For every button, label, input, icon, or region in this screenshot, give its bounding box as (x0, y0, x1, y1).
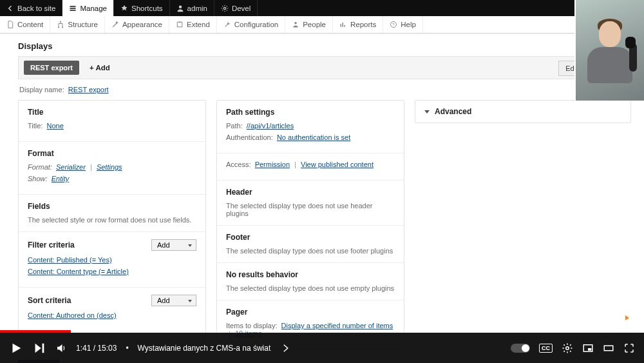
next-icon[interactable] (32, 341, 46, 355)
nores-note: The selected display type does not use e… (226, 284, 395, 292)
pager-label: Items to display: (226, 322, 277, 329)
column-right: Advanced (415, 100, 631, 349)
format-heading: Format (28, 149, 196, 158)
wrench-icon (223, 21, 231, 28)
svg-point-7 (294, 22, 297, 25)
add-display-button[interactable]: + Add (84, 61, 115, 75)
gear-icon (221, 5, 229, 12)
devel-tab[interactable]: Devel (214, 0, 258, 16)
path-link[interactable]: //api/v1/articles (247, 122, 294, 130)
access-view-link[interactable]: View published content (301, 161, 374, 168)
section-fields: Fields The selected style or row format … (19, 195, 205, 232)
menu-configuration[interactable]: Configuration (217, 16, 285, 33)
admin-user[interactable]: admin (170, 0, 214, 16)
sort-authored-link[interactable]: Content: Authored on (desc) (28, 311, 117, 319)
fullscreen-icon[interactable] (623, 342, 635, 354)
shortcuts-tab[interactable]: Shortcuts (114, 0, 170, 16)
menu-reports-label: Reports (350, 21, 376, 28)
theater-icon[interactable] (603, 342, 614, 354)
format-settings-link[interactable]: Settings (97, 163, 122, 171)
section-access: Access: Permission | View published cont… (217, 153, 404, 181)
filter-content-type-link[interactable]: Content: Content type (= Article) (28, 268, 129, 275)
display-tabs: REST export + Add Edit view name/d (18, 56, 631, 79)
filter-heading: Filter criteria (28, 240, 75, 250)
show-label: Show: (28, 175, 48, 182)
menu-appearance[interactable]: Appearance (105, 16, 169, 33)
back-to-site[interactable]: Back to site (0, 0, 62, 16)
arrow-left-icon (6, 5, 14, 12)
manage-tab[interactable]: Manage (62, 0, 114, 16)
chevron-right-icon[interactable] (279, 342, 291, 354)
advanced-label: Advanced (435, 107, 471, 116)
autoplay-toggle[interactable] (511, 344, 530, 353)
video-controls: 1:41 / 15:03 • Wystawianie danych z CMS-… (0, 333, 644, 363)
menu-content[interactable]: Content (0, 16, 50, 33)
svg-point-3 (58, 27, 59, 28)
svg-rect-13 (604, 346, 613, 351)
menu-appearance-label: Appearance (122, 21, 162, 28)
manage-label: Manage (80, 5, 107, 12)
access-permission-link[interactable]: Permission (255, 161, 290, 168)
format-label: Format: (28, 163, 52, 171)
svg-point-6 (179, 21, 180, 23)
auth-label: Authentication: (226, 133, 273, 141)
displays-heading: Displays (18, 41, 631, 51)
puzzle-icon (176, 21, 184, 28)
svg-point-0 (178, 5, 182, 8)
display-name-link[interactable]: REST export (68, 86, 109, 93)
svg-point-1 (223, 7, 225, 9)
fields-note: The selected style or row format does no… (28, 216, 196, 224)
column-middle: Path settings Path: //api/v1/articles Au… (216, 100, 404, 349)
menu-content-label: Content (17, 21, 43, 28)
section-footer: Footer The selected display type does no… (217, 226, 404, 263)
show-entity-link[interactable]: Entity (52, 175, 70, 182)
people-icon (292, 21, 299, 28)
microphone-icon (629, 43, 637, 72)
sort-heading: Sort criteria (28, 296, 71, 305)
svg-point-10 (566, 346, 569, 349)
pager-link-1[interactable]: Display a specified number of items (281, 322, 393, 329)
help-icon: ? (390, 21, 397, 28)
filter-published-link[interactable]: Content: Published (= Yes) (28, 256, 112, 264)
display-name-label: Display name: (19, 86, 64, 93)
svg-rect-12 (588, 348, 591, 351)
admin-label: admin (187, 5, 207, 12)
video-title[interactable]: Wystawianie danych z CMS-a na świat (138, 344, 271, 353)
svg-point-2 (60, 21, 61, 23)
footer-note: The selected display type does not use f… (226, 247, 395, 255)
auth-link[interactable]: No authentication is set (277, 133, 350, 141)
menu-extend[interactable]: Extend (169, 16, 217, 33)
play-icon[interactable] (9, 341, 23, 355)
section-header: Header The selected display type does no… (217, 181, 404, 226)
format-serializer-link[interactable]: Serializer (56, 163, 86, 171)
miniplayer-icon[interactable] (582, 342, 594, 354)
filter-add-button[interactable]: Add (151, 239, 196, 251)
menu-help[interactable]: ? Help (383, 16, 423, 33)
menu-help-label: Help (401, 21, 416, 28)
channel-logo-icon (618, 311, 635, 324)
page-body: Displays REST export + Add Edit view nam… (0, 34, 644, 363)
pipe: | (292, 161, 299, 168)
title-heading: Title (28, 108, 196, 117)
title-link[interactable]: None (47, 122, 64, 130)
menu-structure[interactable]: Structure (50, 16, 105, 33)
menu-structure-label: Structure (68, 21, 98, 28)
menu-reports[interactable]: Reports (333, 16, 383, 33)
volume-icon[interactable] (55, 342, 67, 354)
chart-icon (339, 21, 347, 28)
advanced-toggle[interactable]: Advanced (415, 100, 631, 123)
settings-gear-icon[interactable] (562, 342, 573, 354)
menu-people[interactable]: People (285, 16, 333, 33)
header-heading: Header (226, 188, 395, 197)
footer-heading: Footer (226, 233, 395, 242)
path-label: Path: (226, 122, 243, 130)
tree-icon (57, 21, 64, 28)
section-filter: Filter criteria Add Content: Published (… (19, 232, 205, 288)
captions-button[interactable]: CC (539, 344, 553, 353)
access-label: Access: (226, 161, 251, 168)
hamburger-icon (69, 5, 77, 12)
section-noresults: No results behavior The selected display… (217, 263, 404, 300)
sort-add-button[interactable]: Add (151, 295, 196, 306)
settings-columns: Title Title: None Format Format: Seriali… (18, 100, 631, 349)
tab-rest-export[interactable]: REST export (24, 61, 79, 75)
